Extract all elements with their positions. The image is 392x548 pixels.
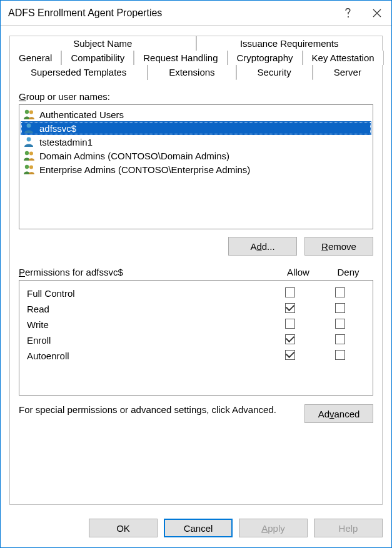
permissions-header: Permissions for adfssvc$ Allow Deny <box>19 267 373 277</box>
svg-point-0 <box>348 16 349 17</box>
svg-point-3 <box>27 124 31 128</box>
list-item[interactable]: tstestadmin1 <box>21 135 371 149</box>
user-icon <box>23 136 36 147</box>
permissions-for-label: Permissions for adfssvc$ <box>19 267 273 277</box>
advanced-button[interactable]: Advanced <box>304 404 373 423</box>
list-item-label: Domain Admins (CONTOSO\Domain Admins) <box>39 151 229 161</box>
tab-request-handling[interactable]: Request Handling <box>134 51 227 65</box>
permission-name: Autoenroll <box>27 351 265 361</box>
tab-general[interactable]: General <box>9 51 61 65</box>
close-icon <box>373 9 381 17</box>
permission-row: Write <box>22 317 370 332</box>
list-item-label: adfssvc$ <box>39 123 76 134</box>
help-dialog-button[interactable]: Help <box>314 519 383 537</box>
permission-row: Full Control <box>22 286 370 301</box>
list-item-label: Enterprise Admins (CONTOSO\Enterprise Ad… <box>39 164 250 175</box>
tab-key-attestation[interactable]: Key Attestation <box>303 51 384 65</box>
deny-column-header: Deny <box>323 267 373 277</box>
permission-name: Full Control <box>27 288 265 299</box>
dialog-buttons: OK Cancel Apply Help <box>1 511 391 547</box>
tab-page-security: Group or user names: Authenticated Users… <box>9 80 383 505</box>
allow-checkbox[interactable] <box>285 287 295 297</box>
cancel-button[interactable]: Cancel <box>164 519 233 537</box>
tab-subject-name[interactable]: Subject Name <box>9 36 196 51</box>
permission-row: Enroll <box>22 332 370 348</box>
tab-server[interactable]: Server <box>313 65 383 80</box>
svg-point-8 <box>29 166 33 169</box>
permission-row: Autoenroll <box>22 348 370 364</box>
deny-checkbox[interactable] <box>335 319 345 329</box>
tab-cryptography[interactable]: Cryptography <box>228 51 303 65</box>
group-names-label: Group or user names: <box>19 91 373 102</box>
deny-checkbox[interactable] <box>335 350 345 360</box>
tab-superseded-templates[interactable]: Superseded Templates <box>9 65 148 80</box>
dialog-content: Subject Name Issuance Requirements Gener… <box>1 26 391 511</box>
tab-extensions[interactable]: Extensions <box>148 65 236 80</box>
tab-compatibility[interactable]: Compatibility <box>61 51 134 65</box>
users-icon <box>23 164 36 175</box>
deny-checkbox[interactable] <box>335 334 345 344</box>
apply-button[interactable]: Apply <box>239 519 308 537</box>
titlebar: ADFS Enrollment Agent Properties <box>1 1 391 26</box>
advanced-text: For special permissions or advanced sett… <box>19 404 297 415</box>
user-list-buttons: Add... Remove <box>19 237 373 256</box>
allow-checkbox[interactable] <box>285 303 295 313</box>
svg-point-6 <box>29 152 33 156</box>
tab-strip: Subject Name Issuance Requirements Gener… <box>9 36 383 80</box>
permission-name: Read <box>27 304 265 314</box>
svg-point-2 <box>29 111 33 114</box>
tab-issuance-requirements[interactable]: Issuance Requirements <box>196 36 383 51</box>
ok-button[interactable]: OK <box>89 519 158 537</box>
svg-point-7 <box>25 165 29 169</box>
tab-security[interactable]: Security <box>236 65 313 80</box>
allow-checkbox[interactable] <box>285 334 295 344</box>
users-icon <box>23 150 36 161</box>
list-item[interactable]: Enterprise Admins (CONTOSO\Enterprise Ad… <box>21 162 371 176</box>
svg-point-5 <box>25 151 29 155</box>
list-item-label: tstestadmin1 <box>39 137 93 147</box>
user-icon <box>23 122 36 134</box>
close-button[interactable] <box>363 1 391 26</box>
list-item[interactable]: Authenticated Users <box>21 107 371 121</box>
permission-name: Write <box>27 319 265 330</box>
add-button[interactable]: Add... <box>228 237 297 256</box>
allow-checkbox[interactable] <box>285 319 295 329</box>
permission-row: Read <box>22 301 370 317</box>
users-icon <box>23 109 36 120</box>
allow-column-header: Allow <box>273 267 323 277</box>
group-user-list[interactable]: Authenticated Usersadfssvc$tstestadmin1D… <box>19 104 373 229</box>
help-icon <box>344 7 352 19</box>
list-item-label: Authenticated Users <box>39 109 124 120</box>
list-item[interactable]: Domain Admins (CONTOSO\Domain Admins) <box>21 149 371 162</box>
advanced-row: For special permissions or advanced sett… <box>19 404 373 423</box>
allow-checkbox[interactable] <box>285 350 295 360</box>
dialog-window: ADFS Enrollment Agent Properties Subject… <box>0 0 392 548</box>
list-item[interactable]: adfssvc$ <box>21 121 371 135</box>
svg-point-4 <box>27 137 31 142</box>
window-title: ADFS Enrollment Agent Properties <box>8 7 334 19</box>
permission-name: Enroll <box>27 335 265 346</box>
permissions-list: Full ControlReadWriteEnrollAutoenroll <box>19 280 373 396</box>
svg-point-1 <box>25 110 29 114</box>
deny-checkbox[interactable] <box>335 287 345 297</box>
help-button[interactable] <box>334 1 363 26</box>
deny-checkbox[interactable] <box>335 303 345 313</box>
remove-button[interactable]: Remove <box>304 237 373 256</box>
